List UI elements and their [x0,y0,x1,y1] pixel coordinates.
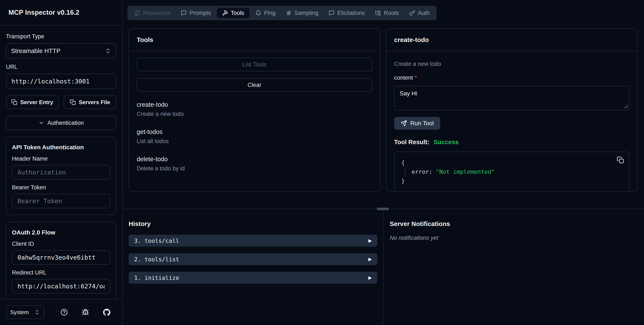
tools-panel: Tools List Tools Clear create-todo Creat… [129,28,380,192]
server-entry-label: Server Entry [20,99,53,106]
message-square-icon [328,10,334,16]
run-tool-label: Run Tool [410,120,434,127]
url-label: URL [6,64,116,70]
tool-runner-description: Create a new todo [394,61,630,67]
tool-runner-body: Create a new todo content* Say Hi Run To… [386,51,638,192]
bug-icon [82,308,89,316]
history-panel: History 3. tools/call ▶ 2. tools/list ▶ … [123,209,383,325]
tool-result-row: Tool Result: Success [394,139,630,146]
list-tools-button[interactable]: List Tools [137,58,372,71]
tool-runner-header: create-todo [386,29,638,51]
required-asterisk: * [415,74,417,81]
bug-report-button[interactable] [82,308,89,316]
splitter-drag-handle[interactable] [377,208,389,210]
redirect-url-input[interactable] [12,279,110,294]
clear-tools-button[interactable]: Clear [137,78,372,92]
history-row-initialize[interactable]: 1. initialize ▶ [129,272,377,284]
tool-list-item-create-todo[interactable]: create-todo Create a new todo [137,101,372,117]
history-row-tools-list[interactable]: 2. tools/list ▶ [129,253,377,265]
github-button[interactable] [103,308,110,316]
json-value: "Not implemented" [436,168,494,175]
transport-type-select[interactable]: Streamable HTTP [6,43,116,58]
sidebar-footer: System [0,299,122,325]
help-circle-icon [60,308,68,316]
play-icon: ▶ [368,257,372,262]
authentication-toggle-label: Authentication [47,120,84,126]
oauth-title: OAuth 2.0 Flow [12,229,110,236]
json-key: error: [412,168,432,175]
tab-prompts[interactable]: Prompts [176,8,216,18]
tab-ping[interactable]: Ping [251,8,280,18]
tool-description: List all todos [137,138,372,144]
authentication-toggle[interactable]: Authentication [6,116,116,130]
server-notifications-title: Server Notifications [390,220,644,228]
tool-result-label: Tool Result: [394,139,429,146]
tool-description: Create a new todo [137,111,372,117]
run-tool-button[interactable]: Run Tool [394,117,440,130]
tool-name: delete-todo [137,156,372,163]
send-icon [400,120,407,126]
url-input[interactable] [6,74,116,89]
copy-icon [617,156,624,164]
tool-result-json: { error: "Not implemented" } [394,152,630,192]
tool-name: get-todos [137,128,372,136]
hammer-icon [222,10,228,16]
history-row-tools-call[interactable]: 3. tools/call ▶ [129,235,377,247]
copy-result-button[interactable] [617,156,624,164]
history-title: History [129,220,377,228]
transport-type-value: Streamable HTTP [11,48,60,54]
tab-sampling[interactable]: Sampling [281,8,323,18]
folder-tree-icon [375,10,381,16]
copy-icon [70,99,76,105]
files-icon [134,10,140,16]
content-field-label: content [394,74,413,81]
history-entry-label: 2. tools/list [134,256,179,262]
history-entry-label: 1. initialize [134,274,179,281]
tool-list-item-delete-todo[interactable]: delete-todo Delete a todo by id [137,156,372,172]
tool-list: create-todo Create a new todo get-todos … [137,101,372,172]
history-entry-label: 3. tools/call [134,238,179,244]
server-entry-button[interactable]: Server Entry [6,96,58,109]
tab-label: Sampling [294,10,318,16]
servers-file-button[interactable]: Servers File [64,96,116,109]
sidebar: MCP Inspector v0.16.2 Transport Type Str… [0,0,123,325]
tab-auth[interactable]: Auth [405,8,434,18]
tool-description: Delete a todo by id [137,165,372,172]
tab-label: Prompts [190,10,211,16]
header-name-label: Header Name [12,156,110,162]
tab-roots[interactable]: Roots [370,8,403,18]
copy-icon [11,99,17,105]
message-square-icon [181,10,187,16]
play-icon: ▶ [368,275,372,280]
content-field-label-row: content* [394,74,630,81]
key-icon [409,10,415,16]
no-notifications-text: No notifications yet [390,235,644,241]
sidebar-copy-buttons: Server Entry Servers File [6,96,116,109]
tab-elicitations[interactable]: Elicitations [324,8,369,18]
bearer-token-label: Bearer Token [12,184,110,191]
tab-tools[interactable]: Tools [217,8,250,18]
transport-type-label: Transport Type [6,33,116,40]
tool-list-item-get-todos[interactable]: get-todos List all todos [137,128,372,144]
client-id-label: Client ID [12,241,110,247]
tab-resources[interactable]: Resources [130,8,175,18]
main-area: Resources Prompts Tools Ping [123,0,644,325]
bearer-token-input[interactable] [12,194,110,208]
api-token-title: API Token Authentication [12,144,110,151]
tool-name: create-todo [137,101,372,108]
json-open-brace: { [402,158,622,167]
help-button[interactable] [60,308,68,316]
bell-icon [255,10,261,16]
sidebar-header: MCP Inspector v0.16.2 [0,0,122,26]
theme-select[interactable]: System [6,306,44,319]
header-name-input[interactable] [12,165,110,180]
content-field-wrap: Say Hi [394,86,630,110]
tab-label: Ping [264,10,276,16]
json-close-brace: } [402,176,622,186]
client-id-input[interactable] [12,250,110,265]
theme-select-value: System [10,309,29,316]
tab-label: Elicitations [337,10,365,16]
tools-panel-header: Tools [129,29,380,51]
tab-label: Resources [143,10,170,16]
content-textarea[interactable]: Say Hi [394,86,630,110]
